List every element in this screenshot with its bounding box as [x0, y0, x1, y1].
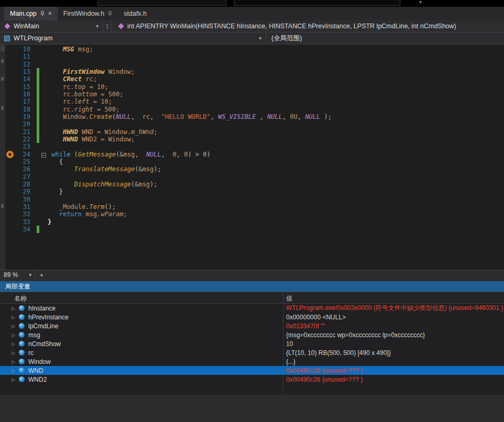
code-line[interactable]: 25 { — [5, 158, 504, 165]
code-line[interactable]: 28 DispatchMessage(&msg); — [5, 181, 504, 188]
breakpoint-margin[interactable] — [5, 91, 17, 98]
fold-margin[interactable] — [39, 53, 48, 60]
locals-row[interactable]: ▷hPrevInstance0x00000000 <NULL> — [0, 313, 504, 321]
code-line[interactable]: 18 rc.right = 500; — [5, 106, 504, 113]
fold-margin[interactable] — [39, 218, 48, 226]
code-line[interactable]: 20 — [5, 120, 504, 128]
code-line[interactable]: 17 rc.left = 10; — [5, 98, 504, 105]
fold-margin[interactable] — [39, 98, 48, 105]
fold-margin[interactable] — [39, 113, 48, 120]
variable-value[interactable]: 0x00490c36 {unused=??? } — [286, 376, 363, 383]
column-header-name[interactable]: 名称 — [14, 294, 27, 303]
fold-margin[interactable] — [39, 210, 48, 218]
expand-arrow-icon[interactable]: ▷ — [12, 315, 19, 320]
code-line[interactable]: 34 — [5, 226, 504, 233]
code-line[interactable]: 33} — [5, 218, 504, 226]
expand-arrow-icon[interactable]: ▷ — [12, 368, 19, 373]
breakpoint-margin[interactable] — [5, 128, 17, 136]
variable-value[interactable]: 0x00000000 <NULL> — [286, 314, 346, 321]
variable-value[interactable]: {msg=0xcccccccc wp=0xcccccccc lp=0xccccc… — [286, 331, 425, 339]
fold-margin[interactable] — [39, 136, 48, 143]
breakpoint-margin[interactable] — [5, 53, 17, 60]
method-signature[interactable]: int APIENTRY WinMain(HINSTANCE hInstance… — [112, 23, 456, 30]
expand-arrow-icon[interactable]: ▷ — [12, 359, 19, 364]
locals-row[interactable]: ▷WND0x00490c36 {unused=??? } — [0, 366, 504, 375]
locals-row[interactable]: ▷WND20x00490c36 {unused=??? } — [0, 375, 504, 384]
variable-value[interactable]: WTLProgram.exe!0x002e0000 (符号文件中缺少类型信息) … — [286, 304, 503, 313]
code-line[interactable]: 16 rc.bottom = 500; — [5, 91, 504, 98]
breakpoint-margin[interactable] — [5, 143, 17, 150]
breakpoint-margin[interactable] — [5, 203, 17, 210]
fold-margin[interactable] — [39, 128, 48, 136]
close-icon[interactable]: × — [48, 10, 52, 17]
fold-margin[interactable] — [39, 83, 48, 91]
breakpoint-margin[interactable] — [5, 181, 17, 188]
locals-row[interactable]: ▷lpCmdLine0x0133470f "" — [0, 321, 504, 330]
variable-value[interactable]: 10 — [286, 340, 293, 348]
fold-margin[interactable]: − — [39, 151, 48, 158]
breakpoint-margin[interactable] — [5, 106, 17, 113]
fold-margin[interactable] — [39, 203, 48, 210]
fold-margin[interactable] — [39, 188, 48, 195]
scope-dropdown[interactable]: (全局范围) — [266, 34, 302, 43]
tab-stdafx-h[interactable]: stdafx.h — [118, 7, 152, 20]
fold-margin[interactable] — [39, 143, 48, 150]
pin-icon[interactable] — [108, 11, 112, 16]
expand-arrow-icon[interactable]: ▷ — [12, 377, 19, 382]
variable-value[interactable]: {LT(10, 10) RB(500, 500) [490 x 490]} — [286, 349, 391, 357]
expand-arrow-icon[interactable]: ▷ — [12, 324, 19, 329]
fold-margin[interactable] — [39, 226, 48, 233]
combo-splitter[interactable]: ▴ ▾ — [103, 20, 112, 32]
project-dropdown[interactable]: WTLProgram ▾ — [0, 32, 266, 44]
fold-margin[interactable] — [39, 165, 48, 173]
code-line[interactable]: 21 HWND WND = Window.m_hWnd; — [5, 128, 504, 136]
breakpoint-margin[interactable] — [5, 165, 17, 173]
pin-icon[interactable] — [40, 11, 45, 16]
column-separator[interactable] — [283, 292, 283, 303]
breakpoint-margin[interactable] — [5, 120, 17, 128]
breakpoint-margin[interactable] — [5, 151, 17, 158]
breakpoint-margin[interactable] — [5, 83, 17, 91]
code-line[interactable]: 29 } — [5, 188, 504, 195]
expand-arrow-icon[interactable]: ▷ — [12, 332, 19, 338]
code-line[interactable]: 13 FirstWindow Window; — [5, 68, 504, 75]
code-line[interactable]: 23 — [5, 143, 504, 150]
expand-arrow-icon[interactable]: ▷ — [12, 350, 19, 356]
code-line[interactable]: 31 _Module.Term(); — [5, 203, 504, 210]
breakpoint-margin[interactable] — [5, 113, 17, 120]
scroll-left-icon[interactable]: ◄ — [39, 272, 43, 277]
column-header-value[interactable]: 值 — [286, 294, 292, 303]
variable-value[interactable]: 0x00490c36 {unused=??? } — [286, 367, 363, 374]
fold-margin[interactable] — [39, 106, 48, 113]
fold-margin[interactable] — [39, 75, 48, 83]
variable-value[interactable]: {...} — [286, 358, 295, 365]
toolbar-search-box[interactable] — [234, 0, 400, 6]
variable-value[interactable]: 0x0133470f "" — [286, 323, 325, 330]
breakpoint-margin[interactable] — [5, 188, 17, 195]
member-dropdown[interactable]: WinMain ▾ — [0, 20, 103, 32]
breakpoint-margin[interactable] — [5, 136, 17, 143]
fold-margin[interactable] — [39, 68, 48, 75]
code-line[interactable]: 19 Window.Create(NULL, rc, "HELLO WORLD"… — [5, 113, 504, 120]
code-line[interactable]: 10 MSG msg; — [5, 46, 504, 53]
fold-margin[interactable] — [39, 158, 48, 165]
breakpoint-margin[interactable] — [5, 68, 17, 75]
fold-margin[interactable] — [39, 196, 48, 203]
chevron-down-icon[interactable]: ▾ — [419, 0, 422, 5]
code-editor[interactable]: 10 MSG msg;111213 FirstWindow Window;14 … — [0, 45, 504, 270]
tab-main-cpp[interactable]: Main.cpp × — [4, 7, 58, 20]
breakpoint-margin[interactable] — [5, 158, 17, 165]
breakpoint-margin[interactable] — [5, 196, 17, 203]
locals-row[interactable]: ▷Window{...} — [0, 357, 504, 366]
fold-collapse-icon[interactable]: − — [41, 153, 46, 158]
code-line[interactable]: 12 — [5, 61, 504, 68]
breakpoint-margin[interactable] — [5, 75, 17, 83]
zoom-dropdown[interactable]: 89 % ▾ — [0, 270, 36, 280]
code-line[interactable]: 26 TranslateMessage(&msg); — [5, 165, 504, 173]
code-line[interactable]: 24− while (GetMessage(&msg, NULL, 0, 0) … — [5, 151, 504, 158]
fold-margin[interactable] — [39, 173, 48, 181]
locals-row[interactable]: ▷msg{msg=0xcccccccc wp=0xcccccccc lp=0xc… — [0, 330, 504, 339]
locals-panel-header[interactable]: 局部变量 — [0, 281, 504, 292]
breakpoint-margin[interactable] — [5, 98, 17, 105]
locals-row[interactable]: ▷hInstanceWTLProgram.exe!0x002e0000 (符号文… — [0, 304, 504, 313]
